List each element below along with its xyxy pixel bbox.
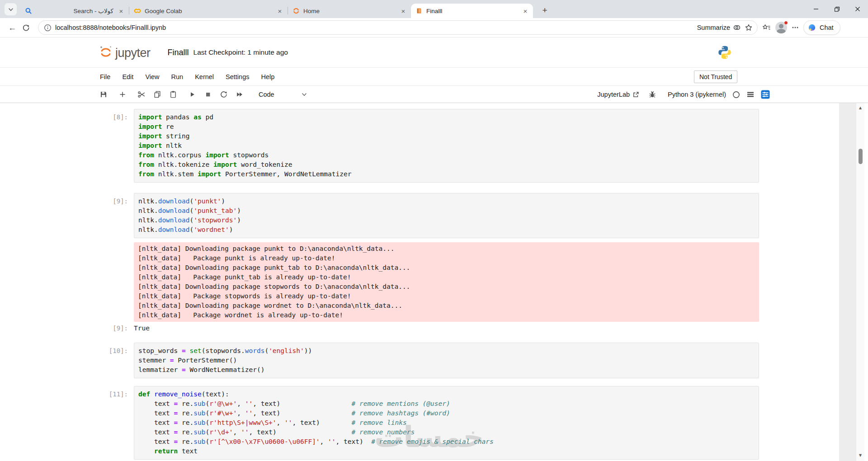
scroll-up-arrow[interactable]: ▲	[859, 103, 862, 113]
chevron-down-icon	[301, 91, 307, 98]
python-logo-icon	[717, 45, 732, 60]
menu-edit[interactable]: Edit	[116, 71, 139, 83]
code-cell: [11]:def remove_noise(text): text = re.s…	[0, 386, 868, 460]
reload-icon	[22, 24, 30, 32]
site-info-icon[interactable]	[44, 24, 52, 32]
menu-kernel[interactable]: Kernel	[189, 71, 220, 83]
browser-address-bar: ← localhost:8888/notebooks/Finalll.ipynb…	[0, 18, 868, 38]
trust-status-button[interactable]: Not Trusted	[694, 71, 737, 83]
code-cell: [8]:import pandas as pdimport reimport s…	[0, 109, 868, 183]
copilot-chat-button[interactable]: Chat	[803, 20, 840, 35]
url-text[interactable]: localhost:8888/notebooks/Finalll.ipynb	[55, 24, 693, 31]
settings-panel-icon[interactable]	[761, 90, 770, 99]
menu-view[interactable]: View	[139, 71, 165, 83]
back-button[interactable]: ←	[5, 21, 19, 34]
debugger-button[interactable]	[646, 88, 659, 101]
window-controls	[806, 0, 868, 18]
cell-type-dropdown[interactable]: Code	[256, 88, 310, 101]
save-button[interactable]	[97, 88, 110, 101]
stop-icon	[204, 90, 212, 99]
close-window-button[interactable]	[847, 0, 868, 18]
reload-button[interactable]	[19, 21, 33, 34]
colab-icon	[134, 7, 141, 14]
close-icon	[855, 6, 860, 12]
ellipsis-icon	[792, 24, 799, 31]
open-jupyterlab-link[interactable]: JupyterLab	[597, 91, 639, 98]
notebook-cells: [8]:import pandas as pdimport reimport s…	[0, 109, 868, 460]
tab-search-button[interactable]	[5, 3, 17, 15]
more-menu-button[interactable]	[792, 24, 799, 31]
chevron-down-icon	[8, 7, 14, 12]
menu-run[interactable]: Run	[165, 71, 189, 83]
toolbar-right: JupyterLab Python 3 (ipykernel)	[597, 86, 770, 103]
browser-tab-home[interactable]: Home ×	[288, 4, 411, 18]
kernel-status-icon[interactable]	[732, 91, 740, 99]
menu-help[interactable]: Help	[255, 71, 280, 83]
close-icon[interactable]: ×	[521, 7, 529, 15]
close-icon[interactable]: ×	[399, 7, 407, 15]
scissors-icon	[137, 90, 146, 99]
insert-cell-button[interactable]	[116, 88, 129, 101]
address-bar[interactable]: localhost:8888/notebooks/Finalll.ipynb S…	[38, 20, 758, 35]
bug-icon	[648, 90, 656, 99]
table-of-contents-icon[interactable]	[746, 90, 755, 99]
paste-icon	[169, 90, 177, 99]
tab-title: Finalll	[426, 8, 518, 14]
minimize-button[interactable]	[806, 0, 826, 18]
kernel-name[interactable]: Python 3 (ipykernel)	[668, 91, 726, 98]
input-prompt: [8]:	[0, 109, 134, 183]
jupyter-logo[interactable]: jupyter	[99, 45, 151, 60]
jupyter-header: jupyter Finalll Last Checkpoint: 1 minut…	[0, 38, 868, 68]
favorite-star-button[interactable]	[745, 24, 753, 32]
copy-icon	[153, 90, 161, 99]
tab-title: Google Colab	[145, 8, 272, 14]
restart-icon	[220, 90, 228, 99]
tab-title: Search - كولاب	[36, 7, 113, 14]
menu-file[interactable]: File	[94, 71, 116, 83]
cell-editor[interactable]: nltk.download('punkt')nltk.download('pun…	[134, 193, 759, 238]
output-prompt: [9]:	[0, 324, 134, 333]
browser-actions: Chat	[762, 20, 844, 35]
run-cell-button[interactable]	[185, 88, 199, 101]
restore-button[interactable]	[826, 0, 847, 18]
cut-cell-button[interactable]	[135, 88, 148, 101]
favorites-bar-button[interactable]	[762, 24, 771, 32]
summarize-button[interactable]: Summarize	[697, 24, 741, 32]
code-cell: [9]:nltk.download('punkt')nltk.download(…	[0, 193, 868, 238]
input-prompt: [11]:	[0, 386, 134, 460]
minimize-icon	[813, 6, 819, 12]
profile-button[interactable]	[775, 22, 787, 33]
favorites-list-icon	[762, 24, 771, 32]
save-icon	[99, 90, 108, 99]
tab-title: Home	[303, 8, 396, 14]
paste-cell-button[interactable]	[166, 88, 180, 101]
browser-tab-finalll[interactable]: Finalll ×	[411, 4, 533, 18]
interrupt-kernel-button[interactable]	[201, 88, 215, 101]
scrollbar[interactable]: ▲ ▼	[856, 103, 864, 461]
close-icon[interactable]: ×	[117, 7, 125, 15]
cell-editor[interactable]: stop_words = set(stopwords.words('englis…	[134, 343, 759, 378]
cell-editor[interactable]: import pandas as pdimport reimport strin…	[134, 109, 759, 183]
browser-tab-colab[interactable]: Google Colab ×	[129, 4, 288, 18]
scroll-down-arrow[interactable]: ▼	[859, 451, 862, 460]
notebook-title[interactable]: Finalll	[168, 48, 189, 57]
result-text: True	[134, 324, 150, 333]
external-link-icon	[632, 91, 639, 98]
input-prompt: [10]:	[0, 343, 134, 378]
restart-kernel-button[interactable]	[217, 88, 231, 101]
new-tab-button[interactable]: +	[538, 4, 551, 17]
stderr-output: [nltk_data] Downloading package punkt to…	[0, 242, 868, 322]
cell-editor[interactable]: def remove_noise(text): text = re.sub(r'…	[134, 386, 759, 460]
run-all-button[interactable]	[233, 88, 246, 101]
menu-settings[interactable]: Settings	[220, 71, 255, 83]
copy-cell-button[interactable]	[151, 88, 164, 101]
close-icon[interactable]: ×	[276, 7, 284, 15]
scroll-thumb[interactable]	[859, 149, 863, 164]
input-prompt: [9]:	[0, 193, 134, 238]
search-icon	[25, 7, 32, 14]
code-cell: [10]:stop_words = set(stopwords.words('e…	[0, 343, 868, 378]
notification-dot	[784, 21, 788, 25]
jupyter-toolbar: Code JupyterLab Python 3 (ipykernel)	[0, 86, 868, 103]
browser-tab-search[interactable]: Search - كولاب ×	[20, 4, 129, 18]
copilot-outline-icon	[733, 24, 741, 32]
